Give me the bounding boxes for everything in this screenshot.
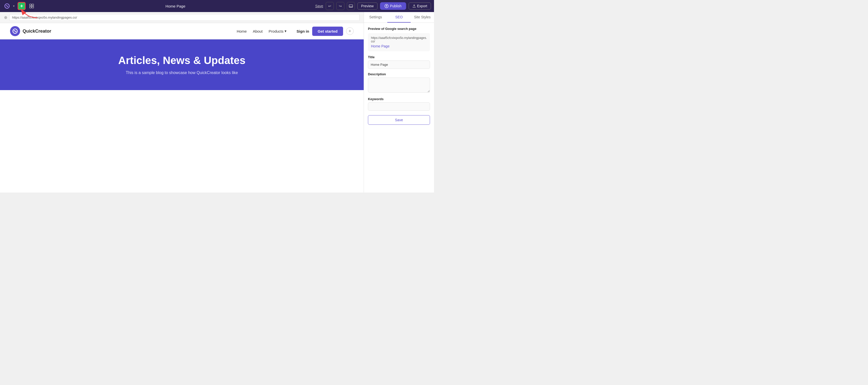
export-button[interactable]: Export [409,2,431,9]
export-icon [412,4,416,8]
chevron-down-icon: ▾ [285,29,286,33]
main-layout: ⊕ QuickCreator Home About [0,12,434,193]
getstarted-button[interactable]: Get started [312,27,343,36]
google-preview-box: https://aaaf5cfcvixqxo5o.mylandingpages.… [368,33,430,51]
logo-chevron-icon[interactable]: ▾ [13,4,14,8]
signin-button[interactable]: Sign in [297,29,309,33]
undo-button[interactable]: ↩ [326,2,334,10]
keywords-input[interactable] [368,102,430,111]
description-label: Description [368,72,430,76]
right-panel-tabs: Settings SEO Site Styles [364,12,434,23]
site-logo-icon [10,26,20,36]
publish-icon [384,4,389,8]
preview-section-title: Preview of Google search page [368,27,430,31]
toolbar-right: Save ↩ ↪ Preview Publish Export [315,2,431,10]
svg-rect-4 [32,6,34,8]
save-link[interactable]: Save [315,4,323,8]
right-panel-content: Preview of Google search page https://aa… [364,23,434,193]
right-panel: Settings SEO Site Styles Preview of Goog… [364,12,434,193]
url-bar: ⊕ [0,12,364,23]
site-logo-text: QuickCreator [23,29,51,34]
blocks-icon[interactable] [28,2,36,10]
title-input[interactable] [368,61,430,69]
nav-home[interactable]: Home [237,29,247,33]
google-preview-url: https://aaaf5cfcvixqxo5o.mylandingpages.… [371,36,427,43]
tab-seo[interactable]: SEO [387,12,411,23]
page-title: Home Page [38,4,313,8]
tab-settings[interactable]: Settings [364,12,387,23]
google-preview-page-title: Home Page [371,44,427,48]
canvas-area: ⊕ QuickCreator Home About [0,12,364,193]
svg-rect-1 [30,4,31,6]
nav-about[interactable]: About [253,29,262,33]
preview-button[interactable]: Preview [358,2,377,9]
hero-title: Articles, News & Updates [118,55,246,66]
tab-site-styles[interactable]: Site Styles [411,12,434,23]
toolbar: ▾ + Home Page Save ↩ ↪ Preview [0,0,434,12]
logo-button[interactable] [3,2,11,10]
hero-subtitle: This is a sample blog to showcase how Qu… [126,70,238,75]
site-navbar: QuickCreator Home About Products ▾ Sign … [0,23,364,39]
site-logo[interactable]: QuickCreator [10,26,51,36]
hero-section: Articles, News & Updates This is a sampl… [0,39,364,90]
device-toggle-button[interactable] [347,2,355,10]
redo-button[interactable]: ↪ [336,2,344,10]
svg-rect-3 [30,6,31,8]
panel-save-button[interactable]: Save [368,115,430,125]
nav-add-button[interactable]: + [346,27,353,35]
svg-rect-2 [32,4,34,6]
site-nav-links: Home About Products ▾ [237,29,286,33]
page-canvas: QuickCreator Home About Products ▾ Sign … [0,23,364,193]
url-input[interactable] [9,14,360,21]
title-label: Title [368,55,430,59]
site-nav-actions: Sign in Get started + [297,27,353,36]
description-textarea[interactable] [368,77,430,93]
nav-products[interactable]: Products ▾ [269,29,286,33]
add-block-button[interactable]: + [18,2,26,10]
keywords-label: Keywords [368,97,430,101]
url-icon: ⊕ [4,15,7,20]
publish-button[interactable]: Publish [380,2,406,10]
